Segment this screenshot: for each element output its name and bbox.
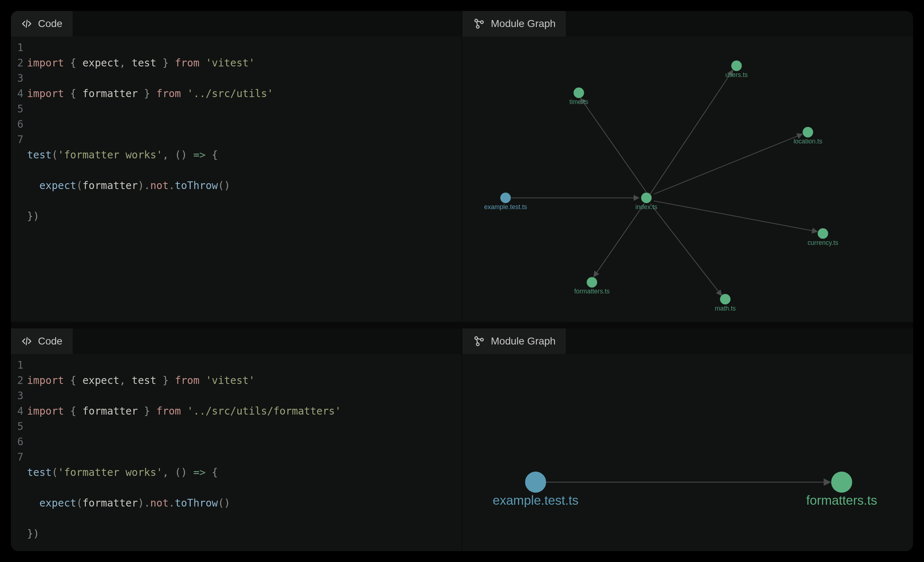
graph-icon [472, 18, 485, 30]
svg-line-17 [477, 338, 481, 339]
row-bottom: Code 1 2 3 4 5 6 7 import { expect, test… [11, 329, 913, 551]
svg-line-12 [594, 204, 645, 277]
svg-point-2 [481, 21, 483, 23]
svg-point-14 [475, 336, 477, 339]
graph-icon [472, 335, 485, 347]
code-panel-bottom: Code 1 2 3 4 5 6 7 import { expect, test… [11, 329, 462, 551]
graph-node-label: users.ts [725, 71, 748, 78]
line-gutter: 1 2 3 4 5 6 7 [11, 358, 27, 551]
svg-line-11 [650, 204, 721, 296]
row-top: Code 1 2 3 4 5 6 7 import { expect, test… [11, 11, 913, 322]
graph-node-formatters[interactable] [586, 277, 597, 288]
graph-node-example[interactable] [525, 471, 546, 493]
graph-node-location[interactable] [803, 127, 813, 138]
code-icon [21, 18, 32, 29]
graph-panel-top: Module Graph [462, 11, 913, 322]
module-graph-tab[interactable]: Module Graph [462, 11, 566, 36]
module-graph-tab[interactable]: Module Graph [462, 329, 566, 354]
graph-node-index[interactable] [641, 193, 651, 203]
svg-line-7 [650, 70, 733, 194]
code-tab-label: Code [38, 335, 63, 347]
graph-node-label: location.ts [794, 138, 822, 145]
graph-node-label: index.ts [636, 203, 657, 211]
tab-bar: Code [11, 329, 462, 354]
graph-node-label: time.ts [569, 98, 588, 105]
graph-node-formatters[interactable] [831, 471, 852, 493]
module-graph-tab-label: Module Graph [491, 335, 555, 347]
svg-line-13 [26, 338, 27, 345]
graph-node-label: formatters.ts [806, 493, 877, 507]
app-container: Code 1 2 3 4 5 6 7 import { expect, test… [11, 11, 913, 551]
svg-line-10 [654, 201, 817, 232]
svg-line-9 [654, 134, 802, 194]
code-panel-top: Code 1 2 3 4 5 6 7 import { expect, test… [11, 11, 462, 322]
graph-node-math[interactable] [720, 294, 730, 304]
graph-node-label: currency.ts [807, 239, 838, 246]
tab-bar: Module Graph [462, 329, 913, 354]
svg-point-16 [476, 343, 479, 345]
tab-bar: Code [11, 11, 462, 36]
code-tab[interactable]: Code [11, 11, 73, 36]
svg-line-4 [477, 21, 481, 22]
code-editor-top[interactable]: 1 2 3 4 5 6 7 import { expect, test } fr… [11, 36, 462, 322]
graph-node-currency[interactable] [818, 228, 828, 239]
graph-node-label: math.ts [715, 305, 736, 312]
svg-line-5 [477, 22, 477, 25]
graph-node-label: example.test.ts [493, 493, 579, 507]
code-icon [21, 336, 32, 347]
code-lines: import { expect, test } from 'vitest' im… [27, 358, 462, 551]
module-graph-tab-label: Module Graph [491, 18, 555, 30]
svg-line-18 [477, 339, 477, 343]
module-graph-top[interactable]: example.test.ts index.ts users.ts time.t… [462, 36, 913, 322]
svg-line-8 [581, 99, 646, 192]
graph-node-label: example.test.ts [484, 203, 527, 211]
svg-point-15 [481, 338, 483, 341]
graph-node-label: formatters.ts [574, 288, 609, 295]
code-lines: import { expect, test } from 'vitest' im… [27, 40, 462, 318]
graph-node-users[interactable] [731, 61, 742, 71]
svg-point-1 [475, 19, 477, 22]
graph-panel-bottom: Module Graph example.test.ts formatters.… [462, 329, 913, 551]
tab-bar: Module Graph [462, 11, 913, 36]
graph-node-example[interactable] [500, 193, 511, 203]
line-gutter: 1 2 3 4 5 6 7 [11, 40, 27, 318]
svg-line-0 [26, 20, 27, 27]
code-tab[interactable]: Code [11, 329, 73, 354]
module-graph-bottom[interactable]: example.test.ts formatters.ts [462, 354, 913, 551]
code-tab-label: Code [38, 18, 63, 30]
code-editor-bottom[interactable]: 1 2 3 4 5 6 7 import { expect, test } fr… [11, 354, 462, 551]
svg-point-3 [476, 25, 479, 28]
graph-node-time[interactable] [573, 88, 584, 98]
